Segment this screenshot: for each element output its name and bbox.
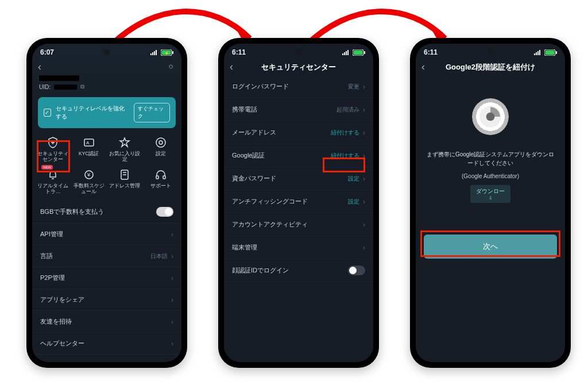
faceid-toggle[interactable] [348,266,365,275]
row-label: 友達を招待 [40,317,72,326]
tutorial-stage: 6:07 ⚡ ‹ ☼ UID: ⧉ ✓ セキュリティレベルを強化する すぐチェッ… [0,0,588,392]
grid-favorites[interactable]: お気に入り設定 [107,134,142,165]
next-label: 次へ [483,242,498,251]
clock: 6:07 [40,48,54,56]
gear-icon [154,136,167,149]
back-icon[interactable]: ‹ [230,61,240,73]
google-auth-icon [472,98,509,135]
row-help[interactable]: ヘルプセンター› [32,333,181,355]
download-chip[interactable]: ダウンロー ⇩ [470,185,510,203]
grid-fees[interactable]: ¥ 手数料スケジュール [72,166,107,197]
back-icon[interactable]: ‹ [421,61,432,73]
svg-point-15 [159,141,163,144]
battery-icon [353,49,365,56]
download-label: ダウンロー [476,188,505,194]
signal-icon [150,49,158,55]
instruction-text: まず携帯にGoogle認証システムアプリをダウンロードしてください [426,150,555,167]
row-label: P2P管理 [40,274,65,282]
row-email[interactable]: メールアドレス紐付けする› [224,121,373,144]
grid-label: サポート [150,183,171,195]
row-value: 起用済み [336,106,359,114]
row-activity[interactable]: アカウントアクティビティ› [224,213,373,236]
banner-text: セキュリティレベルを強化する [56,105,129,121]
status-icons: ⚡ [150,49,173,56]
redacted-uid [54,84,77,90]
row-label: アプリをシェア [40,295,84,304]
battery-icon: ⚡ [161,49,173,56]
row-share[interactable]: アプリをシェア› [32,289,181,311]
row-value: 紐付けする [331,129,359,137]
row-faceid: 顔認証IDでログイン [224,259,373,282]
row-label: 言語 [40,252,53,260]
banner-cta[interactable]: すぐチェック [134,103,170,122]
svg-point-40 [486,113,495,121]
row-login-password[interactable]: ログインパスワード変更› [224,75,373,98]
chevron-right-icon: › [363,175,365,183]
row-label: Google認証 [232,151,265,160]
row-value: 設定 [348,198,359,206]
headset-icon [154,168,167,181]
svg-rect-27 [346,51,347,55]
battery-icon [544,49,557,56]
svg-rect-30 [354,50,363,55]
grid-kyc[interactable]: A KYC認証 [72,134,107,165]
row-label: API管理 [40,230,63,239]
svg-rect-34 [537,51,539,55]
bgb-toggle[interactable] [156,207,173,217]
page-title: セキュリティセンター [245,62,353,72]
row-label: 顔認証IDでログイン [232,266,289,275]
row-invite[interactable]: 友達を招待› [32,311,181,333]
back-icon[interactable]: ‹ [38,61,48,73]
svg-rect-2 [150,53,152,55]
row-antiphishing[interactable]: アンチフィッシングコード設定› [224,190,373,213]
chevron-right-icon: › [363,244,365,252]
star-icon [118,136,131,149]
book-icon [118,168,131,181]
phone-1: 6:07 ⚡ ‹ ☼ UID: ⧉ ✓ セキュリティレベルを強化する すぐチェッ… [26,38,187,368]
row-fund-password[interactable]: 資金パスワード設定› [224,167,373,190]
coin-icon: ¥ [83,168,95,181]
row-phone[interactable]: 携帯電話起用済み› [224,98,373,121]
row-label: ヘルプセンター [40,339,84,348]
next-button[interactable]: 次へ [424,235,557,259]
row-p2p[interactable]: P2P管理› [32,267,181,289]
grid-settings[interactable]: 設定 [144,134,179,165]
navrow: ‹ ☼ [32,57,181,75]
grid-realtime[interactable]: NEW リアルタイムトラ… [36,166,71,197]
chevron-right-icon: › [171,274,173,282]
grid-label: セキュリティセンター [36,151,71,163]
svg-text:⚡: ⚡ [164,50,169,55]
row-value: 変更 [348,83,359,91]
row-api[interactable]: API管理› [32,224,181,245]
app-name-text: (Google Authenticator) [462,173,519,179]
uid-label: UID: [39,84,51,90]
grid-security-center[interactable]: セキュリティセンター [36,134,71,165]
signal-icon [342,49,350,55]
new-badge: NEW [41,165,53,170]
row-devices[interactable]: 端末管理› [224,236,373,259]
row-language[interactable]: 言語日本語› [32,245,181,267]
grid-support[interactable]: サポート [144,166,179,197]
row-value: 紐付けする [331,152,359,160]
row-label: BGBで手数料を支払う [40,207,104,216]
svg-text:¥: ¥ [87,172,91,178]
grid-label: 手数料スケジュール [72,183,107,195]
copy-icon[interactable]: ⧉ [80,83,84,90]
grid-address[interactable]: アドレス管理 [107,166,142,197]
grid-label: お気に入り設定 [107,151,142,163]
statusbar: 6:11 [224,44,373,57]
statusbar: 6:11 [416,44,565,57]
phone-2: 6:11 ‹ セキュリティセンター ログインパスワード変更› 携帯電話起用済み›… [218,38,379,368]
redacted-name [39,75,79,81]
row-label: メールアドレス [232,128,276,137]
chevron-right-icon: › [171,230,173,239]
page-title: Google2段階認証を紐付け [436,62,544,72]
grid-menu: セキュリティセンター A KYC認証 お気に入り設定 設定 NEW リ [32,134,181,201]
row-google-auth[interactable]: Google認証紐付けする› [224,144,373,167]
security-banner[interactable]: ✓ セキュリティレベルを強化する すぐチェック [38,97,176,128]
theme-icon[interactable]: ☼ [167,61,175,70]
svg-rect-35 [539,50,540,55]
row-label: ログインパスワード [232,82,289,91]
row-label: アカウントアクティビティ [232,220,308,229]
navrow: ‹ Google2段階認証を紐付け [416,57,565,75]
